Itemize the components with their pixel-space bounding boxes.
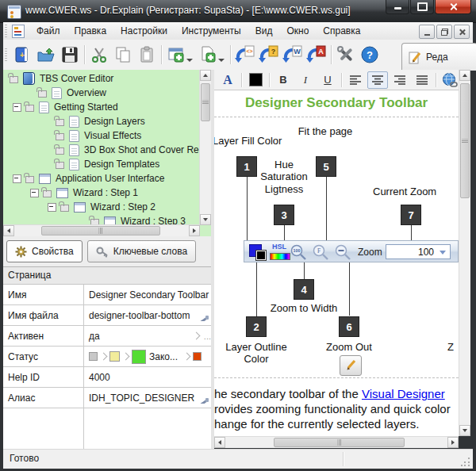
more-options[interactable]: ...: [204, 331, 211, 341]
tree-item-overview[interactable]: Overview: [3, 86, 200, 100]
collapse-expander-icon[interactable]: [30, 189, 39, 197]
property-value-status[interactable]: Зако...: [84, 350, 211, 364]
tree-item-wizard-step-3[interactable]: Wizard : Step 3: [3, 214, 200, 225]
font-button[interactable]: A: [217, 71, 238, 89]
property-value-filename[interactable]: designer-toolbar-bottom: [84, 310, 211, 321]
settings-button[interactable]: [334, 43, 358, 67]
annotation-pencil-button[interactable]: [340, 355, 362, 376]
document-horizontal-scrollbar[interactable]: [214, 436, 459, 448]
tree-item-getting-started[interactable]: Getting Started: [3, 100, 200, 114]
scroll-left-button[interactable]: [214, 437, 225, 448]
property-value-active[interactable]: да ...: [84, 331, 211, 342]
tab-properties[interactable]: Свойства: [6, 240, 83, 262]
save-button[interactable]: [58, 43, 82, 67]
close-button[interactable]: [435, 0, 471, 14]
property-value-name[interactable]: Designer Secondary Toolbar: [84, 289, 211, 301]
tree-item-application-user-interface[interactable]: Application User Interface: [3, 171, 200, 186]
unlock-icon: [10, 76, 18, 83]
open-project-button[interactable]: [34, 43, 58, 67]
cut-button[interactable]: [87, 43, 111, 67]
new-project-button[interactable]: +: [10, 43, 34, 67]
help-button[interactable]: ?: [358, 43, 382, 67]
resize-grip[interactable]: [461, 457, 470, 466]
scroll-up-button[interactable]: [459, 70, 470, 81]
document-vertical-scrollbar[interactable]: [459, 70, 470, 436]
italic-button[interactable]: I: [295, 71, 316, 89]
document-scroll-thumb[interactable]: [460, 83, 470, 198]
align-right-button[interactable]: [390, 71, 410, 89]
scroll-up-button[interactable]: [200, 70, 211, 81]
paste-button[interactable]: [135, 43, 159, 67]
status-swatch-green[interactable]: [132, 350, 146, 364]
tree-vertical-scrollbar[interactable]: [199, 70, 211, 225]
edit-tool-icon[interactable]: [198, 396, 209, 404]
tab-keywords[interactable]: Ключевые слова: [87, 240, 196, 262]
document-menu-icon[interactable]: [12, 25, 25, 38]
minimize-button[interactable]: [386, 0, 409, 14]
underline-button[interactable]: U: [317, 71, 338, 89]
menu-edit[interactable]: Правка: [67, 23, 114, 39]
mdi-restore-button[interactable]: [436, 25, 452, 39]
scroll-right-button[interactable]: [189, 225, 200, 236]
window-topic-icon: [74, 202, 86, 213]
collapse-expander-icon[interactable]: [48, 203, 56, 212]
collapse-expander-icon[interactable]: [13, 174, 21, 183]
scroll-down-button[interactable]: [200, 214, 211, 225]
menu-tools[interactable]: Инструменты: [175, 23, 248, 39]
mdi-close-button[interactable]: [454, 25, 470, 39]
status-swatch-gray[interactable]: [89, 352, 98, 361]
menu-window[interactable]: Окно: [279, 23, 316, 39]
document-editor[interactable]: Designer Secondary Toolbar Layer Fill Co…: [214, 90, 459, 436]
tab-editor[interactable]: Реда: [401, 43, 476, 71]
align-center-button[interactable]: [367, 71, 388, 89]
document-hscroll-thumb[interactable]: [274, 438, 405, 447]
maximize-button[interactable]: [410, 0, 434, 14]
visual-designer-link[interactable]: Visual Designer: [362, 387, 445, 400]
tree-item-3d-box-shot[interactable]: 3D Box Shot and Cover Rend: [3, 143, 200, 157]
body-text-line-3: hange for the currently selected layers.: [214, 417, 419, 431]
menu-bar: Файл Правка Настройки Инструменты Вид Ок…: [3, 22, 473, 40]
tree-item-visual-effects[interactable]: Visual Effects: [3, 128, 200, 143]
add-page-dropdown-caret[interactable]: [218, 59, 225, 62]
menu-file[interactable]: Файл: [29, 23, 67, 39]
tree-hscroll-thumb[interactable]: [41, 226, 160, 236]
tree-scroll-thumb[interactable]: [201, 83, 210, 121]
collapse-expander-icon[interactable]: [13, 103, 21, 112]
svg-text:?: ?: [271, 48, 276, 56]
property-value-alias[interactable]: IDH_TOPIC_DESIGNER: [84, 392, 211, 404]
underline-icon: U: [324, 74, 331, 86]
export-word-button[interactable]: W: [281, 43, 305, 67]
tree-horizontal-scrollbar[interactable]: [3, 224, 200, 236]
add-topic-dropdown-caret[interactable]: [186, 59, 193, 62]
toolbar-gripper-2[interactable]: [5, 48, 7, 61]
property-value-helpid[interactable]: 4000: [84, 372, 211, 383]
export-pdf-button[interactable]: A: [305, 43, 328, 67]
menu-view[interactable]: Вид: [248, 23, 280, 39]
edit-tool-icon[interactable]: [198, 314, 209, 321]
copy-button[interactable]: [111, 43, 135, 67]
justify-button[interactable]: [412, 71, 432, 89]
tree-item-wizard-step-2[interactable]: Wizard : Step 2: [3, 200, 200, 214]
scroll-left-button[interactable]: [3, 225, 14, 236]
menu-settings[interactable]: Настройки: [113, 23, 175, 39]
scroll-down-button[interactable]: [459, 425, 470, 436]
hyperlink-button[interactable]: [440, 71, 460, 89]
status-swatch-yellow[interactable]: [109, 351, 120, 362]
toolbar-gripper[interactable]: [5, 25, 7, 37]
tree-item-design-layers[interactable]: Design Layers: [3, 114, 200, 128]
export-chm-button[interactable]: ?: [257, 43, 281, 67]
mdi-minimize-button[interactable]: [419, 25, 435, 39]
align-left-button[interactable]: [345, 71, 366, 89]
tree-item-wizard-step-1[interactable]: Wizard : Step 1: [3, 186, 200, 200]
bold-button[interactable]: B: [273, 71, 294, 89]
text-color-button[interactable]: [245, 71, 266, 89]
tree-item-tbs-cover-editor[interactable]: TBS Cover Editor: [3, 71, 200, 86]
scroll-right-icon: [451, 440, 455, 445]
menu-help[interactable]: Справка: [316, 23, 367, 39]
add-topic-button[interactable]: [164, 43, 188, 67]
scroll-right-button[interactable]: [447, 437, 459, 448]
status-swatch-red[interactable]: [193, 352, 202, 361]
add-page-button[interactable]: [196, 43, 220, 67]
export-html-button[interactable]: <>: [233, 43, 257, 67]
tree-item-design-templates[interactable]: Design Templates: [3, 157, 200, 171]
